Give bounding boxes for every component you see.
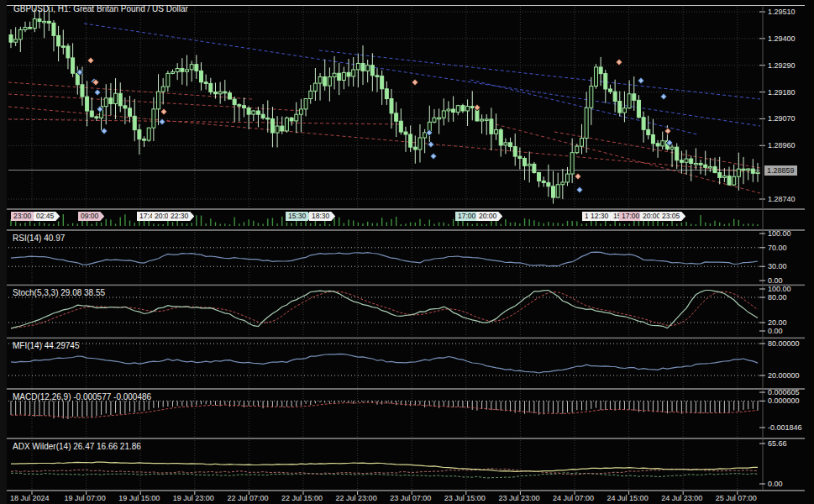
adx-panel[interactable] xyxy=(7,440,763,490)
stoch-panel[interactable] xyxy=(7,286,763,337)
main-chart-panel[interactable] xyxy=(7,7,763,208)
time-axis[interactable] xyxy=(7,491,763,504)
volume-row[interactable] xyxy=(7,210,763,228)
rsi-panel[interactable] xyxy=(7,232,763,284)
window-left-border xyxy=(0,0,7,504)
trading-terminal-window: GBPUSD.i, H1: Great Britan Pound / US Do… xyxy=(0,0,814,504)
mfi-panel[interactable] xyxy=(7,339,763,388)
price-axis[interactable] xyxy=(763,7,814,490)
macd-panel[interactable] xyxy=(7,391,763,438)
